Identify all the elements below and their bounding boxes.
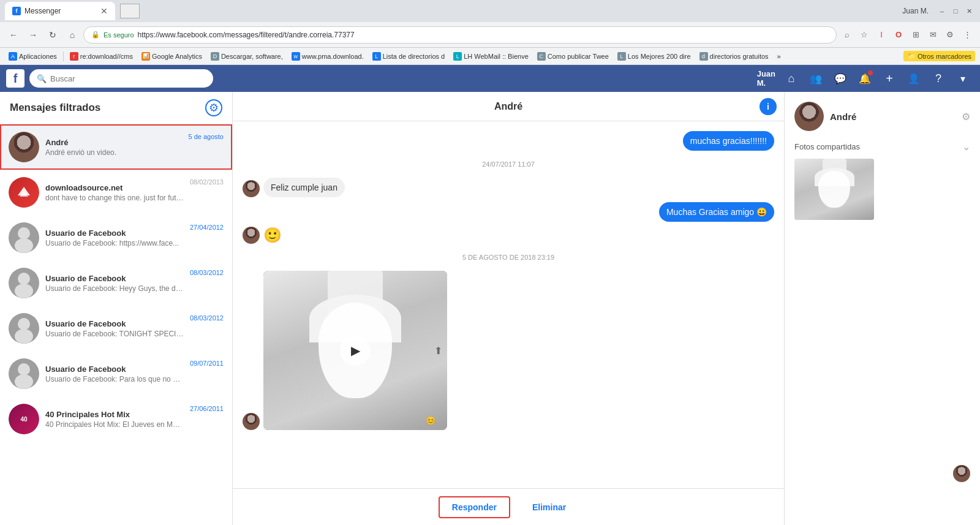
opera-icon[interactable]: O bbox=[891, 27, 907, 43]
bookmark-pma[interactable]: w www.pma.download. bbox=[288, 51, 368, 62]
photos-expand-button[interactable]: ⌄ bbox=[962, 141, 970, 153]
message-emoji: 🙂 bbox=[263, 227, 282, 244]
facebook-logo: f bbox=[6, 69, 24, 88]
tab-close-button[interactable]: ✕ bbox=[100, 6, 108, 16]
conversation-info: 40 Principales Hot Mix 40 Principales Ho… bbox=[45, 410, 184, 429]
friends-nav-button[interactable]: 👥 bbox=[805, 67, 827, 89]
conversation-time: 27/04/2012 bbox=[190, 224, 224, 231]
conversation-preview: André envió un video. bbox=[45, 148, 183, 157]
conversation-avatar bbox=[9, 313, 39, 344]
conversation-preview: Usuario de Facebook: Heyy Guys, the de..… bbox=[45, 284, 184, 293]
settings-icon[interactable]: ⚙ bbox=[942, 27, 958, 43]
conversation-name: 40 Principales Hot Mix bbox=[45, 410, 184, 419]
conversation-item-user2[interactable]: Usuario de Facebook Usuario de Facebook:… bbox=[0, 260, 232, 306]
bookmark-redownload[interactable]: r re:download//cms bbox=[66, 51, 137, 62]
conversation-info: André André envió un video. bbox=[45, 138, 183, 157]
maximize-button[interactable]: □ bbox=[949, 5, 962, 17]
conversation-item-downloadsource[interactable]: downloadsource.net dont have to change t… bbox=[0, 170, 232, 215]
back-button[interactable]: ← bbox=[5, 26, 22, 43]
refresh-button[interactable]: ↻ bbox=[44, 26, 61, 43]
tab-favicon: f bbox=[12, 7, 21, 15]
sidebar-header: Mensajes filtrados ⚙ bbox=[0, 92, 232, 124]
bookmark-icon: 📊 bbox=[141, 52, 150, 61]
browser-navbar: ← → ↻ ⌂ 🔒 Es seguro https://www.facebook… bbox=[0, 22, 980, 48]
close-button[interactable]: ✕ bbox=[963, 5, 975, 17]
forward-button[interactable]: → bbox=[24, 26, 42, 43]
video-play-button[interactable]: ▶ bbox=[340, 335, 371, 366]
filter-settings-button[interactable]: ⚙ bbox=[205, 99, 222, 116]
rss-icon[interactable]: ⊞ bbox=[908, 27, 924, 43]
bookmark-label: Google Analytics bbox=[152, 53, 202, 60]
bookmark-separator bbox=[63, 51, 64, 61]
bookmark-more-label: » bbox=[777, 53, 781, 60]
video-thumbnail[interactable]: ▶ ⬆ 😊 + bbox=[263, 271, 447, 430]
conversation-item-andre[interactable]: André André envió un video. 5 de agosto bbox=[0, 124, 232, 170]
message-received-emoji: 🙂 bbox=[243, 227, 774, 244]
notifications-nav-button[interactable]: 🔔 bbox=[854, 67, 876, 89]
bookmark-lhwebmail[interactable]: L LH WebMail :: Bienve bbox=[450, 51, 532, 62]
conversation-avatar: 40 bbox=[9, 404, 39, 434]
facebook-search-bar[interactable]: 🔍 bbox=[29, 69, 213, 88]
conversation-time: 27/06/2011 bbox=[190, 405, 224, 412]
search-icon[interactable]: ⌕ bbox=[839, 27, 855, 43]
browser-tab[interactable]: f Messenger ✕ bbox=[5, 2, 115, 20]
date-divider-2: 5 DE AGOSTO DE 2018 23:19 bbox=[243, 254, 774, 261]
bookmark-lista[interactable]: L Lista de directorios d bbox=[369, 51, 449, 62]
bookmark-otros-marcadores[interactable]: 📁 Otros marcadores bbox=[903, 51, 975, 61]
bookmark-more[interactable]: » bbox=[774, 51, 785, 61]
messenger-nav-button[interactable]: 💬 bbox=[829, 67, 851, 89]
video-share-button[interactable]: ⬆ bbox=[434, 345, 442, 357]
right-panel-user: André ⚙ bbox=[794, 102, 970, 131]
chat-header: André i bbox=[233, 92, 784, 121]
menu-icon[interactable]: ⋮ bbox=[959, 27, 975, 43]
bookmark-directorios[interactable]: d directorios gratuitos bbox=[696, 51, 772, 62]
emoji-react-button[interactable]: 😊 + bbox=[426, 416, 442, 425]
bookmark-star-icon[interactable]: ☆ bbox=[856, 27, 872, 43]
bookmark-como-publicar[interactable]: C Como publicar Twee bbox=[533, 51, 612, 62]
profile-icon[interactable]: I bbox=[873, 27, 889, 43]
svg-point-3 bbox=[15, 238, 33, 253]
bookmark-descargar[interactable]: D Descargar, software, bbox=[207, 51, 287, 62]
bookmark-aplicaciones[interactable]: A Aplicaciones bbox=[5, 51, 61, 62]
conversation-item-40principales[interactable]: 40 40 Principales Hot Mix 40 Principales… bbox=[0, 396, 232, 442]
secure-lock-icon: 🔒 bbox=[91, 31, 100, 39]
home-button[interactable]: ⌂ bbox=[64, 26, 81, 43]
home-nav-button[interactable]: ⌂ bbox=[780, 67, 802, 89]
message-received-feliz: Feliz cumple juan bbox=[243, 178, 774, 197]
plus-nav-button[interactable]: + bbox=[878, 67, 900, 89]
conversation-avatar bbox=[9, 222, 39, 253]
mail-icon[interactable]: ✉ bbox=[925, 27, 941, 43]
dropdown-nav-button[interactable]: ▾ bbox=[952, 67, 974, 89]
bookmark-icon: A bbox=[9, 52, 17, 61]
conversation-item-user4[interactable]: Usuario de Facebook Usuario de Facebook:… bbox=[0, 351, 232, 396]
own-avatar-small bbox=[953, 465, 970, 482]
conversation-time: 09/07/2011 bbox=[190, 360, 224, 367]
help-nav-button[interactable]: ? bbox=[927, 67, 949, 89]
bookmark-analytics[interactable]: 📊 Google Analytics bbox=[138, 51, 206, 62]
fb-nav-icons: ⌂ 👥 💬 🔔 + 👤 ? ▾ bbox=[780, 67, 974, 89]
conversation-item-user1[interactable]: Usuario de Facebook Usuario de Facebook:… bbox=[0, 215, 232, 260]
reply-button[interactable]: Responder bbox=[439, 496, 510, 518]
right-panel-settings-button[interactable]: ⚙ bbox=[962, 111, 970, 123]
shared-photo[interactable] bbox=[794, 159, 874, 220]
conversation-item-user3[interactable]: Usuario de Facebook Usuario de Facebook:… bbox=[0, 306, 232, 351]
window-user-label: Juan M. bbox=[902, 7, 929, 15]
sender-avatar bbox=[243, 413, 260, 430]
bookmark-mejores200[interactable]: L Los Mejores 200 dire bbox=[614, 51, 695, 62]
bookmark-label: Como publicar Twee bbox=[548, 53, 609, 60]
new-tab-button[interactable] bbox=[120, 4, 140, 18]
svg-point-9 bbox=[15, 374, 33, 389]
conversation-preview: Usuario de Facebook: TONIGHT SPECIA... bbox=[45, 330, 184, 338]
chat-info-button[interactable]: i bbox=[760, 98, 777, 115]
right-panel-avatar bbox=[794, 102, 824, 131]
friend-requests-button[interactable]: 👤 bbox=[903, 67, 925, 89]
search-input[interactable] bbox=[50, 74, 206, 83]
delete-button[interactable]: Eliminar bbox=[520, 497, 578, 517]
minimize-button[interactable]: – bbox=[936, 5, 948, 17]
facebook-header: f 🔍 Juan M. ⌂ 👥 💬 🔔 + 👤 ? ▾ bbox=[0, 65, 980, 92]
bookmark-label: Lista de directorios d bbox=[383, 53, 445, 60]
browser-titlebar: f Messenger ✕ Juan M. – □ ✕ bbox=[0, 0, 980, 22]
chat-messages: muchas gracias!!!!!!! 24/07/2017 11:07 F… bbox=[233, 121, 784, 488]
address-bar[interactable]: 🔒 Es seguro https://www.facebook.com/mes… bbox=[83, 26, 837, 43]
conversation-time: 08/03/2012 bbox=[190, 314, 224, 322]
